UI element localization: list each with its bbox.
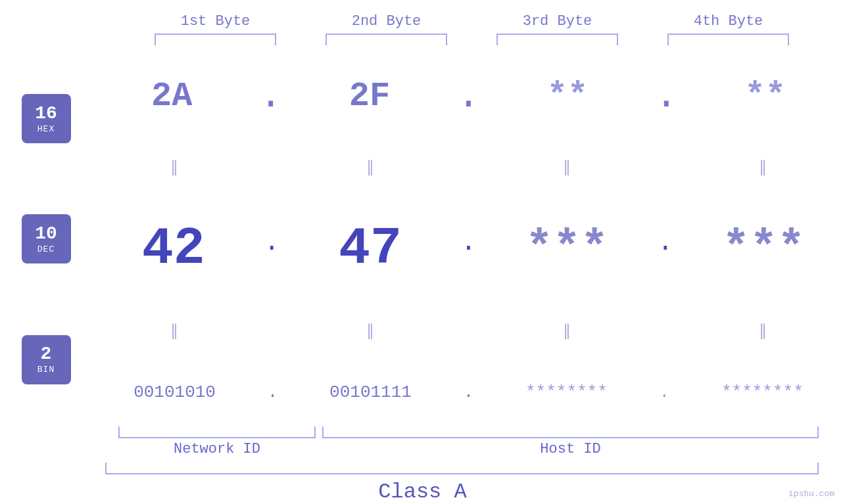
dot-hex-2: . bbox=[456, 76, 480, 116]
dec-b2: 47 bbox=[298, 219, 443, 279]
eq2-b4: ∥ bbox=[690, 321, 835, 340]
hex-b4: ** bbox=[693, 77, 838, 116]
bracket-byte2 bbox=[326, 34, 447, 45]
hex-badge: 16 HEX bbox=[22, 94, 71, 143]
hex-badge-number: 16 bbox=[35, 104, 57, 124]
equals-row-2: ∥ ∥ ∥ ∥ bbox=[92, 321, 845, 340]
byte1-label: 1st Byte bbox=[143, 13, 288, 30]
bin-badge-label: BIN bbox=[37, 365, 55, 375]
dec-badge: 10 DEC bbox=[22, 214, 71, 263]
dot-dec-1: . bbox=[264, 230, 279, 268]
dot-dec-3: . bbox=[658, 230, 673, 268]
bracket-byte3 bbox=[496, 34, 618, 45]
eq1-b3: ∥ bbox=[495, 158, 639, 177]
bin-b3: ******** bbox=[494, 382, 639, 402]
bin-badge: 2 BIN bbox=[22, 335, 71, 384]
network-bracket bbox=[118, 426, 316, 438]
data-grid: 2A . 2F . ** . ** ∥ ∥ ∥ ∥ 42 . bbox=[92, 52, 845, 426]
byte4-label: 4th Byte bbox=[656, 13, 801, 30]
badges-column: 16 HEX 10 DEC 2 BIN bbox=[0, 52, 92, 426]
dec-b3: *** bbox=[495, 223, 639, 275]
main-container: 1st Byte 2nd Byte 3rd Byte 4th Byte 16 H… bbox=[0, 0, 845, 504]
eq1-b1: ∥ bbox=[102, 158, 247, 177]
host-bracket bbox=[322, 426, 819, 438]
id-bracket-row bbox=[105, 426, 825, 438]
top-bracket-row bbox=[130, 34, 814, 45]
header-row: 1st Byte 2nd Byte 3rd Byte 4th Byte bbox=[130, 13, 814, 30]
hex-row: 2A . 2F . ** . ** bbox=[92, 76, 845, 116]
dot-dec-2: . bbox=[460, 230, 476, 268]
class-label: Class A bbox=[0, 480, 845, 504]
equals-row-1: ∥ ∥ ∥ ∥ bbox=[92, 158, 845, 177]
bracket-byte4 bbox=[667, 34, 789, 45]
dec-b4: *** bbox=[691, 223, 836, 275]
hex-b1: 2A bbox=[99, 77, 244, 116]
dot-bin-1: . bbox=[268, 382, 278, 402]
host-id-label: Host ID bbox=[316, 441, 825, 457]
bin-b2: 00101111 bbox=[299, 382, 443, 402]
dot-hex-3: . bbox=[654, 76, 678, 116]
dec-b1: 42 bbox=[101, 219, 246, 279]
bin-b1: 00101010 bbox=[103, 382, 247, 402]
eq1-b2: ∥ bbox=[298, 158, 443, 177]
dot-bin-2: . bbox=[464, 382, 474, 402]
id-labels-row: Network ID Host ID bbox=[105, 441, 825, 457]
eq2-b1: ∥ bbox=[102, 321, 247, 340]
outer-bracket bbox=[105, 463, 819, 474]
eq2-b3: ∥ bbox=[495, 321, 639, 340]
bracket-byte1 bbox=[155, 34, 276, 45]
dot-hex-1: . bbox=[259, 76, 283, 116]
dec-row: 42 . 47 . *** . *** bbox=[92, 219, 845, 279]
bottom-section: Network ID Host ID Class A ipshu.com bbox=[0, 426, 845, 504]
bin-badge-number: 2 bbox=[41, 344, 52, 365]
hex-b3: ** bbox=[495, 77, 640, 116]
network-id-label: Network ID bbox=[118, 441, 316, 457]
eq1-b4: ∥ bbox=[690, 158, 835, 177]
watermark: ipshu.com bbox=[788, 489, 834, 499]
hex-badge-label: HEX bbox=[37, 124, 55, 134]
dec-badge-number: 10 bbox=[35, 224, 57, 244]
byte3-label: 3rd Byte bbox=[485, 13, 630, 30]
bin-b4: ******** bbox=[690, 382, 834, 402]
bin-row: 00101010 . 00101111 . ******** . *******… bbox=[92, 382, 845, 402]
hex-b2: 2F bbox=[297, 77, 442, 116]
dec-badge-label: DEC bbox=[37, 244, 55, 254]
byte2-label: 2nd Byte bbox=[314, 13, 459, 30]
eq2-b2: ∥ bbox=[298, 321, 443, 340]
dot-bin-3: . bbox=[660, 382, 670, 402]
content-area: 16 HEX 10 DEC 2 BIN 2A . 2F . ** . ** bbox=[0, 52, 845, 426]
